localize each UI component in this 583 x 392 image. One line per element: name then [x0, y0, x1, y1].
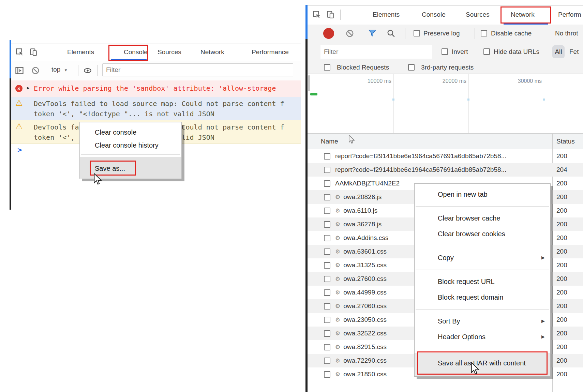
row-checkbox[interactable] — [324, 208, 330, 214]
menu-item-sort-by[interactable]: Sort By ▶ — [415, 313, 550, 329]
menu-item-copy[interactable]: Copy ▶ — [415, 250, 550, 266]
row-checkbox[interactable] — [324, 289, 330, 296]
filter-all-pill[interactable]: All — [552, 45, 565, 58]
row-checkbox[interactable] — [324, 330, 330, 337]
tab-performance[interactable]: Perform — [558, 11, 581, 18]
expand-arrow-icon[interactable]: ▶ — [27, 85, 30, 90]
request-status: 204 — [556, 163, 567, 177]
search-icon[interactable] — [387, 29, 395, 38]
gear-icon: ⚙ — [335, 344, 340, 350]
row-checkbox[interactable] — [324, 358, 330, 364]
third-party-checkbox[interactable] — [408, 64, 415, 71]
request-status: 200 — [556, 204, 567, 217]
tab-elements[interactable]: Elements — [373, 11, 400, 18]
eye-icon[interactable] — [83, 66, 92, 75]
timeline-gridline — [544, 74, 544, 133]
divider — [97, 65, 98, 76]
row-checkbox[interactable] — [324, 153, 330, 160]
menu-item-clear-browser-cookies[interactable]: Clear browser cookies — [415, 226, 550, 242]
column-header-status[interactable]: Status — [556, 138, 575, 145]
gear-icon: ⚙ — [335, 207, 340, 214]
menu-item-clear-browser-cache[interactable]: Clear browser cache — [415, 210, 550, 226]
request-status: 200 — [556, 190, 567, 204]
tab-sources[interactable]: Sources — [158, 48, 181, 56]
error-text: Error while parsing the 'sandbox' attrib… — [34, 84, 276, 92]
tab-sources[interactable]: Sources — [466, 11, 490, 18]
row-checkbox[interactable] — [324, 317, 330, 323]
row-checkbox[interactable] — [324, 262, 330, 269]
request-name: AAMkADBjZTU4N2E2 — [335, 180, 400, 187]
menu-separator — [80, 152, 181, 157]
annotation-save-har — [417, 351, 548, 375]
hide-data-urls-checkbox[interactable] — [483, 48, 490, 55]
menu-padding — [80, 122, 181, 126]
row-checkbox[interactable] — [324, 248, 330, 255]
menu-item-block-request-url[interactable]: Block request URL — [415, 274, 550, 289]
row-checkbox[interactable] — [324, 235, 330, 241]
menu-item-copy-label: Copy — [438, 254, 454, 261]
network-filter-input[interactable] — [320, 45, 432, 59]
row-checkbox[interactable] — [324, 371, 330, 378]
row-checkbox[interactable] — [324, 303, 330, 310]
invert-checkbox[interactable] — [442, 48, 448, 55]
annotation-console-tab — [108, 45, 148, 61]
timeline-tick: 30000 ms — [501, 78, 542, 84]
row-checkbox[interactable] — [324, 194, 330, 200]
row-checkbox[interactable] — [324, 180, 330, 187]
row-checkbox[interactable] — [324, 221, 330, 228]
request-name: owa.82915.css — [343, 343, 387, 351]
divider — [78, 65, 78, 76]
devtools-tab-bar: Elements Console Sources Network Perform — [308, 5, 583, 25]
filter-funnel-icon[interactable] — [368, 29, 377, 38]
context-selector[interactable]: top ▾ — [51, 66, 67, 73]
console-sidebar-icon[interactable] — [15, 66, 24, 75]
device-toolbar-icon[interactable] — [29, 48, 38, 57]
filter-fetch-pill[interactable]: Fet — [569, 48, 579, 56]
row-checkbox[interactable] — [324, 344, 330, 350]
third-party-label: 3rd-party requests — [421, 64, 474, 71]
disable-cache-checkbox[interactable] — [481, 30, 487, 36]
network-context-menu: Open in new tab Clear browser cache Clea… — [414, 183, 551, 377]
preserve-log-checkbox[interactable] — [414, 30, 420, 36]
tab-network[interactable]: Network — [200, 48, 224, 56]
record-icon[interactable] — [323, 28, 334, 39]
table-row[interactable]: ⚙ report?code=f29141bbe6e1964ca567691a6d… — [308, 163, 583, 177]
clear-icon[interactable] — [345, 29, 354, 38]
menu-item-block-request-domain[interactable]: Block request domain — [415, 289, 550, 305]
row-checkbox[interactable] — [324, 276, 330, 282]
request-name: owa.36278.js — [343, 221, 382, 228]
submenu-arrow-icon: ▶ — [541, 329, 545, 345]
column-header-name[interactable]: Name — [321, 138, 338, 145]
request-status: 200 — [556, 340, 567, 354]
request-status: 200 — [556, 177, 567, 190]
tab-elements[interactable]: Elements — [67, 48, 94, 56]
inspect-icon[interactable] — [312, 10, 321, 19]
menu-item-clear-console-history[interactable]: Clear console history — [80, 139, 181, 152]
console-warning-message[interactable]: ⚠ DevTools failed to load source map: Co… — [11, 97, 301, 121]
console-error-message[interactable]: × ▶ Error while parsing the 'sandbox' at… — [11, 80, 301, 97]
inspect-icon[interactable] — [15, 48, 24, 57]
throttling-select[interactable]: No throt — [555, 30, 578, 37]
mouse-cursor — [470, 362, 479, 375]
menu-item-header-options[interactable]: Header Options ▶ — [415, 329, 550, 345]
device-toolbar-icon[interactable] — [326, 10, 335, 19]
console-prompt[interactable]: > — [17, 146, 22, 154]
timeline-tick: 10000 ms — [350, 78, 391, 84]
tab-performance[interactable]: Performance — [252, 48, 289, 56]
request-name: owa.27060.css — [343, 302, 387, 310]
request-status: 200 — [556, 149, 567, 163]
menu-item-clear-console[interactable]: Clear console — [80, 126, 181, 139]
timeline-scrollbar[interactable] — [308, 75, 310, 91]
request-filters-bar: Blocked Requests 3rd-party requests — [308, 62, 583, 74]
menu-item-sort-by-label: Sort By — [438, 317, 460, 325]
menu-item-open-in-new-tab[interactable]: Open in new tab — [415, 186, 550, 202]
console-filter-input[interactable] — [102, 63, 293, 76]
tab-console[interactable]: Console — [422, 11, 446, 18]
console-context-menu: Clear console Clear console history Save… — [79, 122, 182, 179]
clear-console-icon[interactable] — [31, 66, 40, 75]
request-name: report?code=f29141bbe6e1964ca567691a6db8… — [335, 166, 506, 174]
blocked-requests-checkbox[interactable] — [324, 64, 330, 71]
table-row[interactable]: ⚙ report?code=f29141bbe6e1964ca567691a6d… — [308, 149, 583, 163]
row-checkbox[interactable] — [324, 167, 330, 173]
network-overview-timeline[interactable]: 10000 ms 20000 ms 30000 ms — [308, 74, 583, 133]
